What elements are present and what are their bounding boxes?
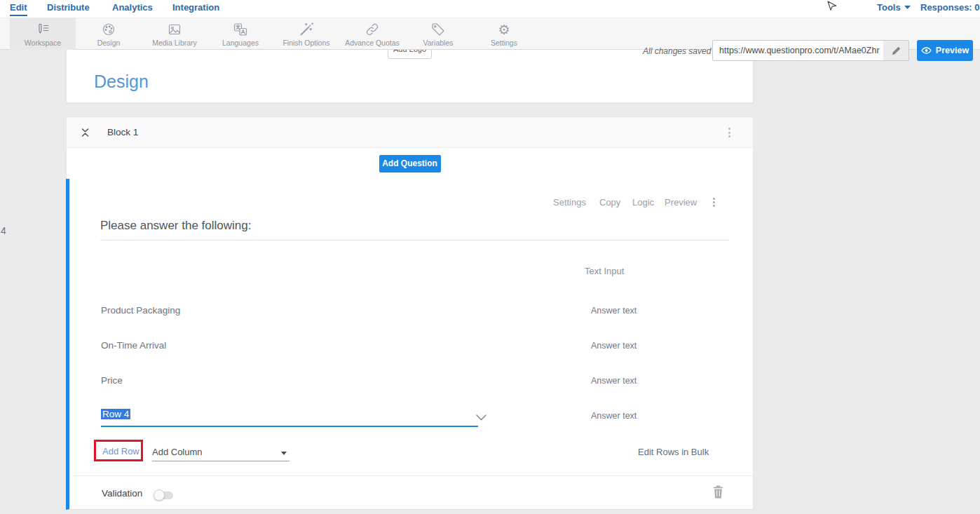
- answer-text-placeholder[interactable]: Answer text: [591, 341, 637, 351]
- matrix-row-label[interactable]: Product Packaging: [101, 305, 180, 316]
- question-text-input[interactable]: Please answer the following:: [100, 219, 251, 233]
- toolbar-tab-variables[interactable]: Variables: [405, 18, 471, 50]
- add-column-underline: [152, 461, 290, 461]
- toggle-knob: [154, 489, 165, 501]
- tag-icon: [430, 22, 446, 37]
- toolbar-tab-label: Variables: [423, 39, 454, 47]
- pencil-icon: [892, 46, 901, 55]
- toolbar-tab-label: Design: [97, 39, 121, 47]
- validation-label: Validation: [102, 488, 142, 499]
- add-row-button[interactable]: Add Row: [102, 446, 139, 456]
- survey-toolbar: Workspace Design Media Library Languages: [0, 18, 980, 50]
- validation-toggle[interactable]: [155, 492, 173, 499]
- row-dropdown-chevron-icon[interactable]: [476, 411, 486, 424]
- block-panel: Block 1 Add Question: [66, 116, 754, 179]
- question-settings-link[interactable]: Settings: [553, 197, 586, 208]
- gear-icon: ⚙: [498, 22, 510, 37]
- preview-button-label: Preview: [936, 46, 969, 55]
- block-header: Block 1: [67, 117, 753, 148]
- answer-text-placeholder[interactable]: Answer text: [591, 306, 637, 316]
- workspace-icon: [35, 22, 50, 37]
- tools-menu-label: Tools: [877, 2, 901, 13]
- toolbar-tab-finish-options[interactable]: Finish Options: [273, 18, 339, 50]
- block-menu-icon[interactable]: [728, 128, 730, 137]
- survey-url-box[interactable]: https://www.questionpro.com/t/AMae0Zhr: [712, 40, 909, 61]
- mouse-cursor-icon: [827, 1, 837, 18]
- add-column-dropdown[interactable]: Add Column: [152, 447, 203, 457]
- matrix-row-label[interactable]: Price: [101, 375, 123, 386]
- matrix-row-editing-input[interactable]: Row 4: [101, 409, 130, 419]
- toolbar-tab-label: Settings: [491, 39, 517, 47]
- toolbar-tab-label: Advance Quotas: [345, 39, 400, 47]
- toolbar-tab-label: Finish Options: [283, 39, 329, 47]
- eye-icon: [921, 47, 932, 54]
- delete-question-icon[interactable]: [713, 485, 723, 501]
- questionpro-survey-editor: Edit Distribute Analytics Integration To…: [0, 0, 980, 514]
- image-icon: [167, 22, 182, 37]
- nav-tab-distribute[interactable]: Distribute: [47, 2, 90, 13]
- preview-button[interactable]: Preview: [917, 40, 973, 61]
- question-number: 4: [1, 225, 6, 236]
- question-logic-link[interactable]: Logic: [632, 197, 654, 208]
- nav-tab-analytics[interactable]: Analytics: [112, 2, 153, 13]
- answer-text-placeholder[interactable]: Answer text: [591, 411, 637, 421]
- dropdown-caret-icon[interactable]: [281, 452, 287, 455]
- question-menu-icon[interactable]: [713, 198, 715, 207]
- question-copy-link[interactable]: Copy: [599, 197, 620, 208]
- add-question-row: Add Question: [67, 148, 753, 179]
- toolbar-tab-media-library[interactable]: Media Library: [142, 18, 207, 50]
- translate-icon: [233, 22, 248, 37]
- editing-row-underline: [101, 426, 478, 427]
- edit-url-button[interactable]: [883, 41, 908, 60]
- column-header-text-input[interactable]: Text Input: [585, 266, 624, 276]
- add-question-button[interactable]: Add Question: [379, 155, 441, 173]
- edit-rows-in-bulk-button[interactable]: Edit Rows in Bulk: [638, 447, 709, 457]
- toolbar-tab-languages[interactable]: Languages: [207, 18, 273, 50]
- autosave-status: All changes saved: [643, 46, 711, 56]
- selected-row-text: Row 4: [101, 409, 130, 419]
- toolbar-tab-advance-quotas[interactable]: Advance Quotas: [339, 18, 405, 50]
- toolbar-tab-settings[interactable]: ⚙ Settings: [471, 18, 537, 50]
- question-card: Settings Copy Logic Preview Please answe…: [66, 179, 754, 510]
- matrix-row-label[interactable]: On-Time Arrival: [101, 340, 166, 351]
- collapse-block-icon[interactable]: [81, 127, 90, 141]
- tools-menu[interactable]: Tools: [877, 2, 911, 13]
- nav-tab-integration[interactable]: Integration: [172, 2, 219, 13]
- question-text-underline: [100, 240, 729, 241]
- page-title: Design: [94, 72, 149, 92]
- toolbar-tab-workspace[interactable]: Workspace: [10, 18, 76, 50]
- card-divider: [73, 475, 753, 476]
- chevron-down-icon: [904, 6, 911, 9]
- toolbar-tab-label: Media Library: [152, 39, 197, 47]
- responses-count[interactable]: Responses: 0: [920, 2, 980, 13]
- block-title: Block 1: [107, 127, 138, 137]
- toolbar-tab-design[interactable]: Design: [76, 18, 142, 50]
- palette-icon: [101, 22, 116, 37]
- toolbar-tab-label: Workspace: [25, 39, 61, 47]
- question-preview-link[interactable]: Preview: [665, 197, 697, 208]
- nav-tab-edit[interactable]: Edit: [10, 2, 27, 16]
- answer-text-placeholder[interactable]: Answer text: [591, 376, 637, 386]
- wand-icon: [299, 22, 314, 37]
- toolbar-tab-label: Languages: [222, 39, 259, 47]
- survey-url: https://www.questionpro.com/t/AMae0Zhr: [713, 46, 883, 55]
- chain-link-icon: [365, 22, 380, 37]
